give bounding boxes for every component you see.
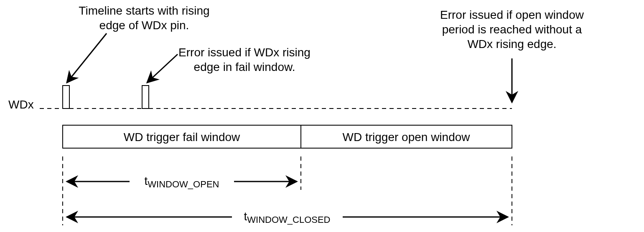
t-window-closed-sub: WINDOW_CLOSED	[247, 214, 330, 225]
annotation-fail-line1: Error issued if WDx rising	[178, 46, 311, 59]
annotation-open-line1: Error issued if open window	[440, 8, 584, 21]
annotation-fail-line2: edge in fail window.	[194, 61, 295, 73]
svg-text:tWINDOW_CLOSED: tWINDOW_CLOSED	[244, 210, 330, 225]
svg-rect-1	[63, 86, 69, 108]
svg-rect-3	[142, 86, 149, 108]
open-window-label: WD trigger open window	[342, 131, 470, 144]
window-boxes: WD trigger fail window WD trigger open w…	[63, 125, 512, 148]
annotation-open: Error issued if open window period is re…	[440, 8, 584, 102]
annotation-start: Timeline starts with rising edge of WDx …	[67, 4, 210, 83]
t-window-open-sub: WINDOW_OPEN	[148, 179, 219, 189]
t-window-closed-measure: tWINDOW_CLOSED	[67, 210, 508, 225]
arrow-icon	[67, 33, 107, 83]
svg-text:tWINDOW_OPEN: tWINDOW_OPEN	[145, 174, 219, 189]
wdx-waveform	[40, 86, 512, 108]
signal-name-label: WDx	[8, 98, 34, 111]
annotation-start-line2: edge of WDx pin.	[99, 19, 189, 32]
annotation-open-line3: WDx rising edge.	[467, 38, 556, 50]
annotation-open-line2: period is reached without a	[442, 23, 582, 36]
t-window-open-measure: tWINDOW_OPEN	[67, 174, 297, 189]
fail-window-label: WD trigger fail window	[124, 131, 240, 144]
annotation-start-line1: Timeline starts with rising	[79, 4, 209, 17]
annotation-fail: Error issued if WDx rising edge in fail …	[147, 46, 311, 83]
arrow-icon	[147, 54, 178, 83]
